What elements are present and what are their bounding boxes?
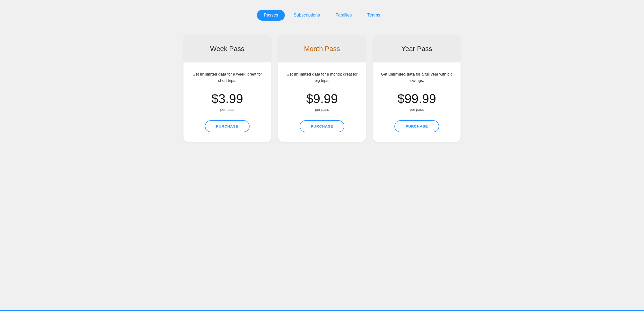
tab-families[interactable]: Families — [329, 10, 359, 21]
purchase-button-week-pass[interactable]: PURCHASE — [205, 120, 250, 132]
card-description-year-pass: Get unlimited data for a full year with … — [380, 71, 453, 84]
card-header-year-pass: Year Pass — [373, 35, 460, 62]
card-body-year-pass: Get unlimited data for a full year with … — [373, 62, 460, 142]
card-body-month-pass: Get unlimited data for a month; great fo… — [278, 62, 366, 142]
card-body-week-pass: Get unlimited data for a week; great for… — [184, 62, 271, 142]
nav-tabs: PassesSubscriptionsFamiliesTeams — [257, 10, 387, 21]
tab-teams[interactable]: Teams — [361, 10, 387, 21]
card-per-month-pass: per pass — [315, 108, 329, 112]
card-description-week-pass: Get unlimited data for a week; great for… — [191, 71, 264, 84]
card-per-year-pass: per pass — [410, 108, 424, 112]
tab-subscriptions[interactable]: Subscriptions — [287, 10, 326, 21]
card-price-year-pass: $99.99 — [397, 91, 436, 106]
card-title-week-pass: Week Pass — [188, 45, 266, 53]
purchase-button-month-pass[interactable]: PURCHASE — [300, 120, 344, 132]
card-price-week-pass: $3.99 — [212, 91, 243, 106]
cards-container: Week PassGet unlimited data for a week; … — [176, 35, 468, 142]
purchase-button-year-pass[interactable]: PURCHASE — [394, 120, 439, 132]
card-description-month-pass: Get unlimited data for a month; great fo… — [286, 71, 358, 84]
card-header-month-pass: Month Pass — [278, 35, 366, 62]
card-title-month-pass: Month Pass — [283, 45, 361, 53]
card-price-month-pass: $9.99 — [306, 91, 338, 106]
card-month-pass: Month PassGet unlimited data for a month… — [278, 35, 366, 142]
card-title-year-pass: Year Pass — [378, 45, 456, 53]
card-header-week-pass: Week Pass — [184, 35, 271, 62]
tab-passes[interactable]: Passes — [257, 10, 285, 21]
card-per-week-pass: per pass — [220, 108, 234, 112]
card-year-pass: Year PassGet unlimited data for a full y… — [373, 35, 460, 142]
bottom-bar — [0, 310, 644, 311]
card-week-pass: Week PassGet unlimited data for a week; … — [184, 35, 271, 142]
